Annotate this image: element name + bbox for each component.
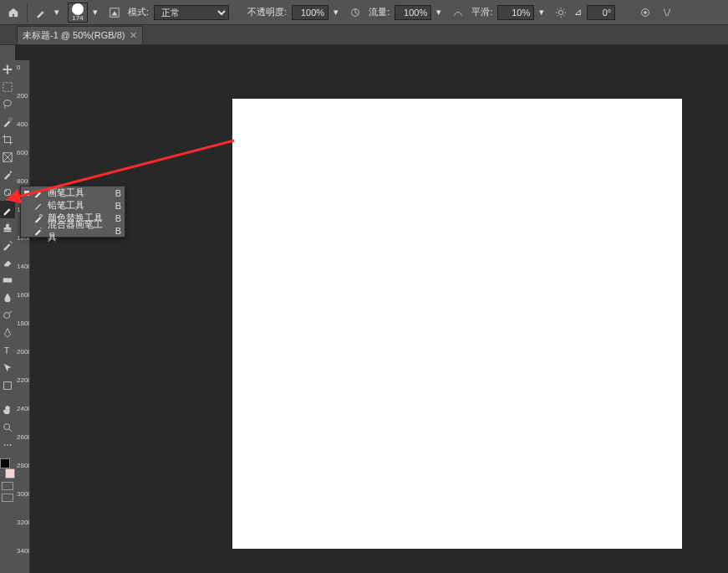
tool-palette: T [0, 45, 15, 573]
ruler-tick: 400 [17, 120, 28, 128]
flow-label: 流量: [369, 6, 389, 18]
ruler-tick: 3000 [17, 490, 30, 498]
quickmask-toggle[interactable] [0, 482, 15, 490]
marquee-tool[interactable] [0, 78, 15, 95]
svg-point-4 [644, 11, 648, 14]
svg-point-18 [4, 444, 6, 446]
frame-tool[interactable] [0, 148, 15, 166]
lasso-tool[interactable] [0, 95, 15, 113]
flyout-item-label: 混合器画笔工具 [48, 218, 112, 243]
symmetry-icon[interactable] [659, 4, 675, 21]
brush-preview[interactable]: 174 [68, 3, 88, 23]
background-color-swatch[interactable] [5, 468, 15, 478]
zoom-tool[interactable] [0, 418, 15, 436]
ruler-tick: 2200 [17, 376, 30, 384]
tool-icon [33, 213, 44, 223]
svg-rect-13 [3, 278, 13, 282]
hand-tool[interactable] [0, 401, 15, 418]
pressure-size-icon[interactable] [637, 4, 654, 21]
tool-icon [33, 201, 44, 211]
edit-toolbar[interactable] [0, 436, 15, 453]
svg-rect-16 [4, 381, 12, 389]
chevron-down-icon[interactable]: ▾ [93, 7, 101, 18]
flyout-item-shortcut: B [115, 188, 121, 198]
foreground-color-swatch[interactable] [0, 458, 10, 468]
airbrush-icon[interactable] [450, 4, 466, 21]
tool-icon [33, 226, 44, 236]
svg-rect-5 [3, 82, 13, 91]
smoothing-label: 平滑: [471, 6, 492, 18]
path-select-tool[interactable] [0, 359, 15, 376]
svg-rect-12 [4, 230, 12, 232]
crop-tool[interactable] [0, 130, 15, 148]
shape-tool[interactable] [0, 376, 15, 394]
svg-point-11 [8, 192, 10, 194]
brush-panel-icon[interactable] [106, 4, 123, 21]
document-tab[interactable]: 未标题-1 @ 50%(RGB/8) ✕ [17, 26, 143, 44]
flyout-item[interactable]: 铅笔工具B [21, 199, 125, 212]
svg-point-14 [4, 312, 10, 318]
home-icon[interactable] [5, 4, 22, 21]
document-tab-title: 未标题-1 @ 50%(RGB/8) [23, 29, 125, 42]
close-icon[interactable]: ✕ [130, 30, 137, 41]
blur-tool[interactable] [0, 289, 15, 306]
flow-input[interactable] [395, 5, 431, 20]
flyout-item-shortcut: B [115, 213, 121, 223]
flyout-item[interactable]: 画笔工具B [21, 187, 125, 199]
ruler-tick: 2400 [17, 405, 30, 412]
eraser-tool[interactable] [0, 253, 15, 271]
smoothing-input[interactable] [497, 5, 534, 20]
opacity-label: 不透明度: [247, 6, 287, 18]
flyout-item-label: 画笔工具 [48, 187, 112, 199]
chevron-down-icon[interactable]: ▾ [539, 7, 547, 18]
stamp-tool[interactable] [0, 218, 15, 236]
selected-indicator [24, 191, 29, 196]
svg-text:T: T [4, 345, 10, 355]
svg-point-21 [40, 214, 43, 217]
ruler-tick: 2000 [17, 348, 30, 356]
gradient-tool[interactable] [0, 271, 15, 289]
history-brush-tool[interactable] [0, 236, 15, 253]
brush-tool[interactable] [0, 201, 15, 218]
healing-tool[interactable] [0, 183, 15, 201]
ruler-tick: 600 [17, 149, 28, 156]
ruler-tick: 2600 [17, 433, 30, 441]
blend-mode-select[interactable]: 正常 [154, 5, 229, 20]
pen-tool[interactable] [0, 324, 15, 341]
chevron-down-icon[interactable]: ▾ [436, 7, 445, 18]
ruler-tick: 3200 [17, 519, 30, 526]
color-swatches[interactable] [0, 458, 15, 478]
flyout-item-label: 铅笔工具 [48, 199, 112, 212]
ruler-tick: 1600 [17, 291, 30, 299]
tool-preset-icon[interactable] [33, 4, 49, 21]
gear-icon[interactable] [552, 4, 569, 21]
ruler-tick: 2800 [17, 462, 30, 469]
vertical-ruler: 0200400600800100012001400160018002000220… [15, 60, 30, 573]
screenmode-toggle[interactable] [0, 494, 15, 502]
dodge-tool[interactable] [0, 306, 15, 324]
ruler-tick: 1800 [17, 320, 30, 327]
svg-point-17 [4, 423, 10, 429]
angle-prefix: ⊿ [574, 7, 582, 18]
svg-rect-9 [5, 189, 11, 195]
svg-point-20 [10, 444, 12, 446]
tool-icon [33, 188, 44, 198]
chevron-down-icon[interactable]: ▾ [333, 7, 342, 18]
ruler-tick: 1400 [17, 263, 30, 270]
chevron-down-icon[interactable]: ▾ [54, 7, 63, 18]
opacity-input[interactable] [292, 5, 328, 20]
pressure-opacity-icon[interactable] [347, 4, 364, 21]
quick-select-tool[interactable] [0, 113, 15, 130]
move-tool[interactable] [0, 60, 15, 78]
angle-input[interactable] [587, 5, 615, 20]
eyedropper-tool[interactable] [0, 166, 15, 183]
ruler-tick: 0 [17, 64, 20, 71]
flyout-item[interactable]: 混合器画笔工具B [21, 224, 125, 237]
document-canvas[interactable] [232, 99, 682, 549]
flyout-item-shortcut: B [115, 201, 121, 211]
ruler-tick: 800 [17, 177, 28, 185]
flyout-item-shortcut: B [115, 226, 121, 236]
svg-point-7 [9, 117, 13, 120]
svg-point-2 [559, 10, 563, 14]
type-tool[interactable]: T [0, 341, 15, 359]
